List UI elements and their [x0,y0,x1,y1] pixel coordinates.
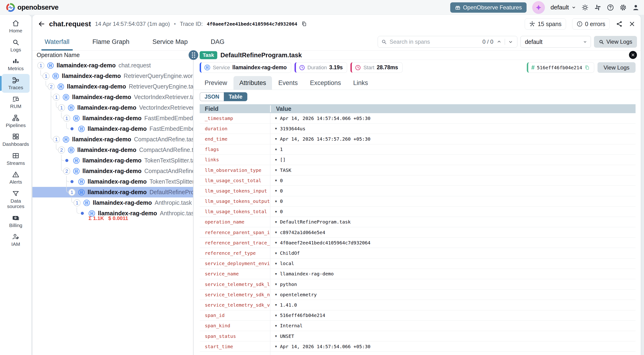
attribute-field: llm_usage_tokens_input [200,186,270,196]
expand-caret-icon[interactable]: ▾ [275,230,277,234]
tree-row[interactable]: llamaindex-rag-demo TokenTextSplitter.ta… [32,176,193,187]
tree-row[interactable]: 1 llamaindex-rag-demo Anthropic.task [32,198,193,208]
sidebar-item-metrics[interactable]: Metrics [2,55,30,74]
sidebar-item-traces[interactable]: Traces [2,74,30,93]
user-profile-icon[interactable] [632,4,639,11]
openobserve-features-button[interactable]: OpenObserve Features [450,2,526,13]
sidebar-item-streams[interactable]: Streams [2,150,30,168]
tree-row[interactable]: 1 llamaindex-rag-demo chat.request [32,60,193,71]
top-bar: openobserve OpenObserve Features default [0,0,644,15]
share-icon[interactable] [616,20,623,28]
expand-caret-icon[interactable]: ▾ [275,344,277,349]
ai-assistant-button[interactable] [532,1,545,14]
resize-grip-handle[interactable] [188,50,198,60]
table-toggle-button[interactable]: Table [224,92,247,101]
close-icon[interactable] [629,21,635,27]
sidebar-item-rum[interactable]: RUM [2,93,30,112]
slack-icon[interactable] [594,4,601,11]
close-details-icon[interactable] [629,51,637,59]
tab-exceptions[interactable]: Exceptions [304,76,347,90]
stream-selector[interactable]: default [520,36,591,48]
expand-caret-icon[interactable]: ▾ [275,126,277,131]
view-logs-button[interactable]: View Logs [594,36,637,48]
expand-caret-icon[interactable]: ▾ [275,261,277,266]
sidebar-item-billing[interactable]: Billing [2,212,30,231]
expand-caret-icon[interactable]: ▾ [275,334,277,338]
service-icon [73,115,80,122]
trace-timestamp: 14 Apr 14:57:54:037 (1m ago) [95,21,170,27]
search-icon [381,39,387,44]
expand-caret-icon[interactable]: ▾ [275,137,277,141]
settings-gear-icon[interactable] [620,4,626,11]
attribute-row: links ▾ [] [200,155,636,165]
help-icon[interactable] [607,4,614,11]
expand-caret-icon[interactable]: ▾ [275,168,277,172]
tree-row[interactable]: 1 llamaindex-rag-demo DefaultRefineProgr… [32,187,193,198]
tree-row[interactable]: 1 llamaindex-rag-demo RetrieverQueryEngi… [32,71,193,81]
sidebar-item-iam[interactable]: IAM [2,230,30,250]
expand-caret-icon[interactable]: ▾ [275,313,277,318]
tab-links[interactable]: Links [347,76,374,90]
expand-caret-icon[interactable]: ▾ [275,303,277,307]
tree-row[interactable]: llamaindex-rag-demo Anthropic.task Σ 1.1… [32,208,193,218]
tab-dag[interactable]: DAG [209,33,226,50]
expand-caret-icon[interactable]: ▾ [275,178,277,183]
service-icon [78,178,85,185]
expand-caret-icon[interactable]: ▾ [275,210,277,214]
expand-caret-icon[interactable]: ▾ [275,220,277,224]
sidebar-item-dashboards[interactable]: Dashboards [2,130,30,150]
search-input[interactable] [389,38,480,45]
expand-caret-icon[interactable]: ▾ [275,188,277,193]
tree-row[interactable]: 2 llamaindex-rag-demo RetrieverQueryEngi… [32,81,193,92]
tree-row[interactable]: 1 llamaindex-rag-demo VectorIndexRetriev… [32,102,193,113]
expand-caret-icon[interactable]: ▾ [275,251,277,256]
expand-caret-icon[interactable]: ▾ [275,324,277,328]
expand-caret-icon[interactable]: ▾ [275,116,277,120]
tab-preview[interactable]: Preview [199,76,233,90]
sidebar-item-logs[interactable]: Logs [2,36,30,55]
tree-row[interactable]: 2 llamaindex-rag-demo CompactAndRefine.t… [32,145,193,155]
sidebar-item-data-sources[interactable]: Data sources [2,187,30,212]
expand-caret-icon[interactable]: ▾ [275,199,277,204]
span-view-logs-button[interactable]: View Logs [598,62,636,73]
openobserve-logo[interactable]: openobserve [6,3,58,12]
view-tabs: Waterfall Flame Graph Service Map DAG [43,33,246,50]
child-count-badge: 1 [53,136,60,143]
tree-row[interactable]: llamaindex-rag-demo FastEmbedEmbedding..… [32,124,193,134]
sidebar-item-pipelines[interactable]: Pipelines [2,112,30,131]
chevron-down-icon[interactable] [507,40,514,44]
tree-row[interactable]: 1 llamaindex-rag-demo CompactAndRefine.t… [32,134,193,145]
tab-service-map[interactable]: Service Map [150,33,190,50]
organization-selector[interactable]: default [550,4,576,11]
json-toggle-button[interactable]: JSON [200,92,224,101]
theme-toggle-icon[interactable] [582,4,588,11]
sidebar-item-home[interactable]: Home [2,17,30,36]
expand-caret-icon[interactable]: ▾ [275,292,277,297]
attribute-value: Internal [280,323,302,328]
expand-caret-icon[interactable]: ▾ [275,240,277,245]
expand-caret-icon[interactable]: ▾ [275,272,277,276]
service-icon [68,146,75,154]
tab-attributes[interactable]: Attributes [234,76,272,90]
span-title: DefaultRefineProgram.task [220,52,302,59]
back-arrow-icon[interactable] [38,20,45,28]
tree-connector [66,176,70,182]
tab-waterfall[interactable]: Waterfall [43,33,72,50]
tab-flame-graph[interactable]: Flame Graph [91,33,132,50]
copy-span-id-icon[interactable] [584,65,590,70]
chevron-up-icon[interactable] [496,40,502,44]
tree-row[interactable]: 2 llamaindex-rag-demo CompactAndRefine.t… [32,166,193,176]
service-icon [78,126,85,132]
tab-events[interactable]: Events [272,76,304,90]
tree-row[interactable]: llamaindex-rag-demo TokenTextSplitter.ta… [32,155,193,166]
attribute-field: reference_ref_type [200,248,270,258]
spans-network-icon [529,21,535,27]
sidebar-item-alerts[interactable]: Alerts [2,168,30,187]
copy-trace-id-icon[interactable] [301,21,307,27]
expand-caret-icon[interactable]: ▾ [275,282,277,286]
tree-row[interactable]: 1 llamaindex-rag-demo FastEmbedEmbedding… [32,113,193,124]
expand-caret-icon[interactable]: ▾ [275,147,277,152]
tree-row[interactable]: 1 llamaindex-rag-demo VectorIndexRetriev… [32,92,193,102]
expand-caret-icon[interactable]: ▾ [275,158,277,162]
home-icon [12,20,19,27]
